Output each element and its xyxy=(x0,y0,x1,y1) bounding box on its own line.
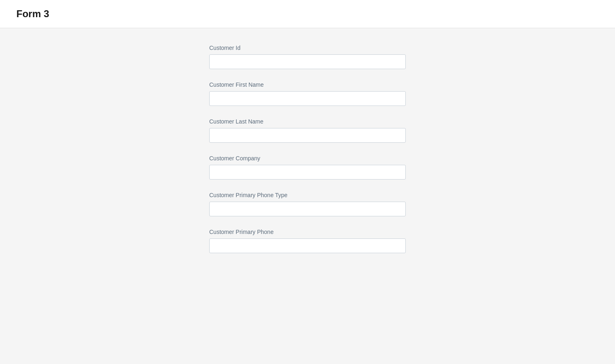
label-customer-id: Customer Id xyxy=(209,45,406,51)
field-customer-last-name: Customer Last Name xyxy=(209,118,406,143)
input-customer-primary-phone-type[interactable] xyxy=(209,202,406,216)
field-customer-company: Customer Company xyxy=(209,155,406,180)
label-customer-company: Customer Company xyxy=(209,155,406,162)
label-customer-primary-phone-type: Customer Primary Phone Type xyxy=(209,192,406,198)
label-customer-primary-phone: Customer Primary Phone xyxy=(209,229,406,235)
page-title: Form 3 xyxy=(16,8,599,20)
input-customer-primary-phone[interactable] xyxy=(209,238,406,253)
input-customer-company[interactable] xyxy=(209,165,406,180)
field-customer-id: Customer Id xyxy=(209,45,406,69)
input-customer-id[interactable] xyxy=(209,54,406,69)
page-content: Customer Id Customer First Name Customer… xyxy=(0,28,615,364)
label-customer-last-name: Customer Last Name xyxy=(209,118,406,125)
input-customer-first-name[interactable] xyxy=(209,91,406,106)
form-container: Customer Id Customer First Name Customer… xyxy=(201,45,414,253)
field-customer-primary-phone-type: Customer Primary Phone Type xyxy=(209,192,406,216)
field-customer-primary-phone: Customer Primary Phone xyxy=(209,229,406,253)
page-header: Form 3 xyxy=(0,0,615,28)
field-customer-first-name: Customer First Name xyxy=(209,81,406,106)
input-customer-last-name[interactable] xyxy=(209,128,406,143)
label-customer-first-name: Customer First Name xyxy=(209,81,406,88)
